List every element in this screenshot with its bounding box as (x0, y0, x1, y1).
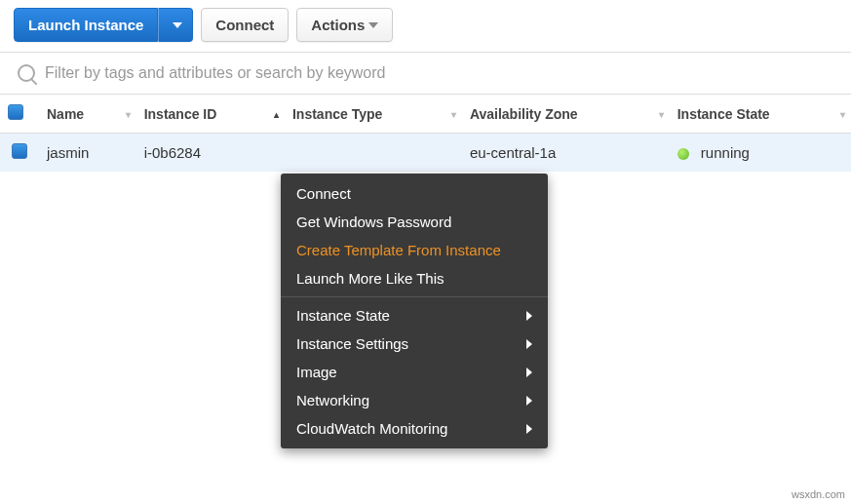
row-checkbox-cell[interactable] (0, 134, 39, 173)
launch-instance-dropdown[interactable] (158, 8, 193, 42)
ctx-get-windows-password[interactable]: Get Windows Password (281, 208, 548, 236)
ctx-launch-more-label: Launch More Like This (296, 270, 444, 287)
ctx-image-label: Image (296, 364, 337, 380)
ctx-connect-label: Connect (296, 185, 351, 202)
ctx-cloudwatch-label: CloudWatch Monitoring (296, 420, 447, 437)
col-state-label: Instance State (677, 106, 770, 122)
ctx-networking[interactable]: Networking (281, 386, 548, 414)
col-instance-state[interactable]: Instance State ▾ (670, 95, 851, 134)
caret-down-icon (173, 22, 182, 28)
checkbox-icon (12, 143, 27, 159)
ctx-launch-more[interactable]: Launch More Like This (281, 264, 548, 292)
context-menu: Connect Get Windows Password Create Temp… (281, 174, 548, 448)
checkbox-icon (8, 104, 23, 120)
cell-availability-zone: eu-central-1a (462, 134, 670, 173)
filter-input[interactable] (45, 64, 837, 82)
sort-icon: ▾ (451, 108, 456, 119)
col-az-label: Availability Zone (470, 106, 578, 122)
actions-button[interactable]: Actions (296, 8, 393, 42)
submenu-caret-icon (526, 311, 532, 321)
col-instance-id-label: Instance ID (144, 106, 217, 122)
ctx-instance-settings-label: Instance Settings (296, 335, 408, 352)
ctx-gwp-label: Get Windows Password (296, 213, 451, 230)
ctx-networking-label: Networking (296, 392, 369, 408)
ctx-instance-state-label: Instance State (296, 307, 390, 324)
sort-icon: ▾ (126, 108, 131, 119)
submenu-caret-icon (526, 339, 532, 349)
select-all-header[interactable] (0, 95, 39, 134)
search-icon (18, 64, 35, 82)
launch-instance-split-button: Launch Instance (14, 8, 193, 42)
sort-icon: ▾ (840, 108, 845, 119)
sort-icon: ▾ (659, 108, 664, 119)
cell-instance-id: i-0b6284 (136, 134, 285, 173)
actions-label: Actions (311, 17, 365, 33)
col-instance-id[interactable]: Instance ID ▴ (136, 95, 285, 134)
connect-button[interactable]: Connect (201, 8, 289, 42)
cell-name: jasmin (39, 134, 136, 173)
ctx-cloudwatch[interactable]: CloudWatch Monitoring (281, 414, 548, 443)
col-instance-type-label: Instance Type (292, 106, 382, 122)
status-running-icon (677, 148, 689, 160)
sort-asc-icon: ▴ (274, 108, 279, 119)
ctx-image[interactable]: Image (281, 358, 548, 386)
submenu-caret-icon (526, 396, 532, 406)
cell-instance-state: running (670, 134, 851, 173)
toolbar: Launch Instance Connect Actions (0, 0, 851, 52)
filter-bar (0, 52, 851, 94)
ctx-template-label: Create Template From Instance (296, 242, 501, 258)
ctx-instance-state[interactable]: Instance State (281, 301, 548, 330)
submenu-caret-icon (526, 424, 532, 434)
col-availability-zone[interactable]: Availability Zone ▾ (462, 95, 670, 134)
launch-instance-button[interactable]: Launch Instance (14, 8, 158, 42)
ctx-separator (281, 296, 548, 297)
ctx-create-template[interactable]: Create Template From Instance (281, 236, 548, 264)
watermark: wsxdn.com (792, 488, 845, 500)
table-row[interactable]: jasmin i-0b6284 eu-central-1a running (0, 134, 851, 173)
caret-down-icon (368, 22, 378, 28)
table-header-row: Name ▾ Instance ID ▴ Instance Type ▾ Ava… (0, 95, 851, 134)
submenu-caret-icon (526, 368, 532, 377)
ctx-instance-settings[interactable]: Instance Settings (281, 330, 548, 358)
instances-table: Name ▾ Instance ID ▴ Instance Type ▾ Ava… (0, 94, 851, 172)
cell-instance-type (285, 134, 462, 173)
col-name-label: Name (47, 106, 84, 122)
col-name[interactable]: Name ▾ (39, 95, 136, 134)
state-label: running (701, 144, 750, 161)
col-instance-type[interactable]: Instance Type ▾ (285, 95, 462, 134)
ctx-connect[interactable]: Connect (281, 179, 548, 208)
